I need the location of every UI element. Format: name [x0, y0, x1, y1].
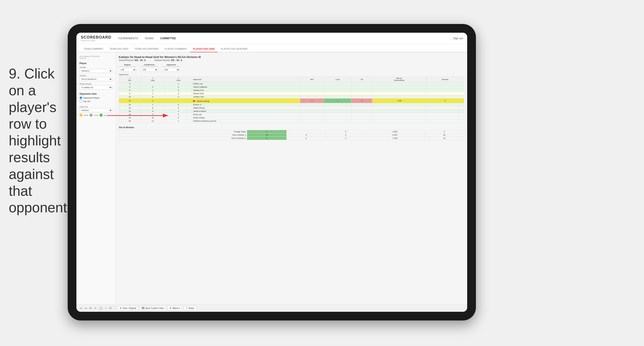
ood-row-ncaa2[interactable]: NCAA Division 2 5 0 0 7.400 10 [119, 137, 464, 140]
gender-select[interactable]: Women's [80, 69, 112, 73]
nav-committee[interactable]: COMMITTEE [160, 36, 176, 41]
col-header-loss: Loss [324, 77, 352, 82]
cell-win [300, 116, 324, 120]
radio-top-100[interactable]: Top 100 [80, 100, 112, 103]
col-header-opponent: Opponent [192, 77, 300, 82]
step-back-icon[interactable]: ↪ [84, 306, 87, 310]
cell-loss [324, 92, 352, 95]
annotation-text: 9. Click on a player's row to highlight … [9, 65, 66, 216]
clock-icon[interactable]: ⏱ [109, 306, 112, 310]
cell-reg: 7 [140, 103, 165, 106]
region-filter-select[interactable]: (All) [119, 68, 136, 72]
cell-reg: 1 [140, 92, 165, 95]
legend-label-down: Down [84, 114, 88, 116]
watch-button[interactable]: 👁 Watch ▾ [168, 306, 182, 310]
ood-row-naia[interactable]: NAIA Division 1 15 0 0 9.267 30 [119, 133, 464, 137]
share-button[interactable]: ↗ Share [184, 306, 196, 310]
legend-dot-up [100, 114, 102, 117]
copy-icon[interactable]: 📋 [99, 306, 103, 310]
cell-opponent: Emily Chang [192, 116, 300, 120]
table-row[interactable]: 9 1 4 Sharon Mun [119, 92, 464, 95]
sub-nav-team-h2h-heatmap[interactable]: TEAM H2H HEATMAP [132, 46, 162, 52]
legend-label-level: Level [94, 114, 98, 116]
cell-conf [165, 99, 192, 103]
sub-nav-team-summary[interactable]: TEAM SUMMARY [81, 46, 106, 52]
table-row[interactable]: 3 1 Esther Lee [119, 82, 464, 85]
main-content: Last Updated: 27/03/2024 16:55:28 Player… [76, 52, 467, 304]
division-select[interactable]: NCAA Division III [80, 77, 112, 81]
undo-icon[interactable]: ↩ [80, 306, 82, 310]
conference-filter-select[interactable]: (All) [140, 68, 158, 72]
filters-row: Region (All) Conference (All) Opponent [119, 64, 464, 72]
cell-rounds [426, 95, 464, 99]
cell-tie [352, 82, 372, 85]
cell-loss [324, 116, 352, 120]
sub-nav-player-h2h-heatmap[interactable]: PLAYER H2H HEATMAP [218, 46, 251, 52]
nav-tournaments[interactable]: TOURNAMENTS [118, 36, 138, 41]
sub-nav-team-h2h-grid[interactable]: TEAM H2H GRID [106, 46, 132, 52]
cell-rounds [426, 92, 464, 95]
watch-label: Watch ▾ [172, 307, 180, 309]
cell-tie: 0 [352, 99, 372, 103]
cell-win [300, 92, 324, 95]
col-header-reg: #Reg [140, 77, 165, 82]
cell-diff [372, 110, 426, 113]
player-rank-select[interactable]: 8. Katelyn Vo [80, 85, 112, 89]
view-original-icon: 👁 [120, 307, 122, 309]
dash-icon: – [104, 306, 107, 310]
content-area: Katelyn Vo Head-to-Head Grid for Women's… [116, 52, 467, 304]
grid-title: Katelyn Vo Head-to-Head Grid for Women's… [119, 55, 464, 59]
share-label: Share [188, 307, 194, 309]
ood-row-foreign[interactable]: Foreign Team 1 0 4.500 2 [119, 130, 464, 133]
logo-text: SCOREBOARD [81, 35, 111, 40]
cell-tie [352, 116, 372, 120]
nav-teams[interactable]: TEAMS [144, 36, 154, 41]
table-row[interactable]: 5 2 2 Alexis Sudjianto [119, 85, 464, 89]
cell-diff [372, 82, 426, 85]
save-custom-view-button[interactable]: 💾 Save Custom View [140, 306, 166, 310]
cell-rounds [426, 116, 464, 120]
save-custom-label: Save Custom View [145, 307, 164, 309]
division-record: Division Record: 331 - 34 - 6 [154, 59, 182, 61]
redo-icon[interactable]: ⟳ [89, 306, 92, 310]
watch-icon: 👁 [170, 307, 172, 309]
opponent-filter-select[interactable]: (All) [162, 68, 180, 72]
cell-opponent: Stella Cheng [192, 106, 300, 110]
bottom-toolbar: ↩ ↪ ⟳ ✂ 📋 – ⏱ 👁 View: Original 💾 Save Cu… [76, 304, 467, 312]
opponent-filter-group: Opponent (All) [162, 64, 180, 72]
cut-icon[interactable]: ✂ [94, 306, 97, 310]
sub-navigation: TEAM SUMMARY TEAM H2H GRID TEAM H2H HEAT… [76, 44, 467, 52]
ood-diff: 9.267 [366, 133, 424, 137]
region-filter-label: Region [119, 64, 136, 66]
table-row-highlighted[interactable]: 13 1 ▶Jessica Huang 0 1 0 -3.00 2 [119, 99, 464, 103]
table-row[interactable]: 10 6 3 Andrea York [119, 95, 464, 99]
table-row[interactable]: 6 1 3 Sydney Kuo [119, 89, 464, 92]
cell-opponent: Federica Domecq Lacroze [192, 120, 300, 123]
view-original-button[interactable]: 👁 View: Original [118, 306, 138, 310]
cell-win [300, 106, 324, 110]
sign-out-button[interactable]: Sign out [453, 37, 463, 40]
cell-loss [324, 95, 352, 99]
cell-win [300, 120, 324, 123]
radio-opponents-played[interactable]: Opponents Played [80, 96, 112, 99]
cell-rounds [426, 106, 464, 110]
ood-tie: 0 [326, 133, 366, 137]
row-arrow-icon: ▶ [193, 99, 196, 102]
cell-opponent: Andrea York [192, 95, 300, 99]
cell-diff [372, 92, 426, 95]
sub-nav-player-h2h-grid[interactable]: PLAYER H2H GRID [190, 46, 218, 52]
sub-nav-player-summary[interactable]: PLAYER SUMMARY [162, 46, 190, 52]
cell-diff [372, 120, 426, 123]
legend-label-up: Up [104, 114, 106, 116]
nav-separator: | [451, 37, 452, 40]
ood-team-name: NCAA Division 2 [119, 137, 247, 140]
table-row[interactable]: 14 7 4 Eunice Yi [119, 103, 464, 106]
tablet-screen: SCOREBOARD Powered by clippd TOURNAMENTS… [76, 33, 467, 312]
cell-win [300, 113, 324, 116]
cell-tie [352, 85, 372, 89]
col-header-rounds: Rounds [426, 77, 464, 82]
cell-diff [372, 85, 426, 89]
cell-reg: 1 [140, 89, 165, 92]
ood-rounds: 10 [424, 137, 464, 140]
ood-loss [286, 130, 326, 133]
